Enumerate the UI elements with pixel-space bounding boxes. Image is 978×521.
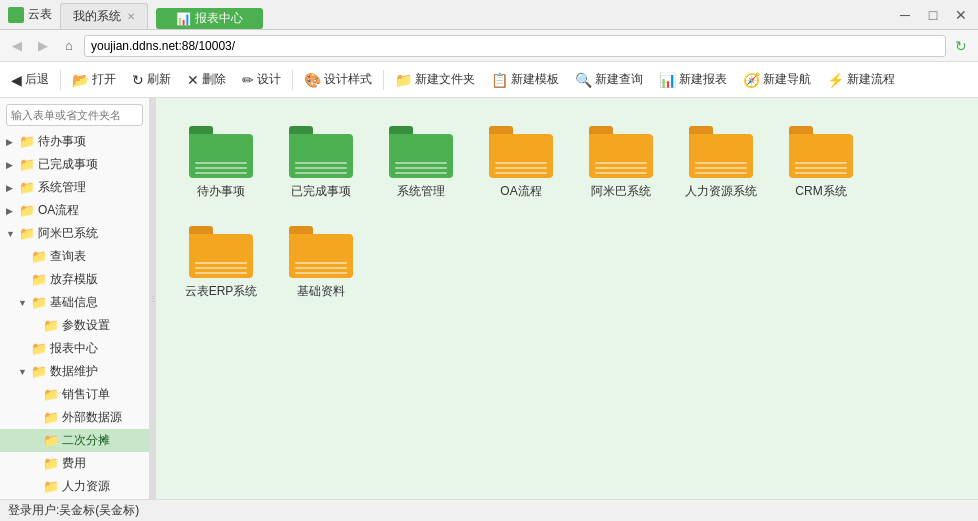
delete-icon: ✕ <box>187 72 199 88</box>
title-bar: 云表 我的系统 ✕ 📊 报表中心 ─ □ ✕ <box>0 0 978 30</box>
content-folder-basic-data[interactable]: 基础资料 <box>276 218 366 308</box>
new-query-toolbar-btn[interactable]: 🔍 新建查询 <box>568 68 650 91</box>
new-report-toolbar-btn[interactable]: 📊 新建报表 <box>652 68 734 91</box>
folder-icon: 📁 <box>19 203 35 218</box>
sidebar-item-completed[interactable]: ▶📁已完成事项 <box>0 153 149 176</box>
sidebar-item-calc-module[interactable]: 📁计算模块 <box>0 498 149 499</box>
content-folder-amiba[interactable]: 阿米巴系统 <box>576 118 666 208</box>
sidebar-item-expense[interactable]: 📁费用 <box>0 452 149 475</box>
tab-my-system[interactable]: 我的系统 ✕ <box>60 3 148 29</box>
sidebar-item-param-settings[interactable]: 📁参数设置 <box>0 314 149 337</box>
sidebar-item-secondary-dist[interactable]: 📁二次分摊 <box>0 429 149 452</box>
folder-icon: 📁 <box>19 134 35 149</box>
back-icon: ◀ <box>11 72 22 88</box>
tree-arrow-icon: ▶ <box>6 160 16 170</box>
sidebar: 🔍 ▶📁待办事项▶📁已完成事项▶📁系统管理▶📁OA流程▼📁阿米巴系统📁查询表📁放… <box>0 98 150 499</box>
folder-body <box>489 134 553 178</box>
back-button[interactable]: ◀ <box>6 35 28 57</box>
folder-icon: 📁 <box>43 456 59 471</box>
search-box[interactable]: 🔍 <box>6 104 143 126</box>
new-folder-toolbar-btn[interactable]: 📁 新建文件夹 <box>388 68 482 91</box>
content-folder-hr-system[interactable]: 人力资源系统 <box>676 118 766 208</box>
big-folder-icon <box>789 126 853 178</box>
sidebar-item-query[interactable]: 📁查询表 <box>0 245 149 268</box>
folder-icon: 📁 <box>31 364 47 379</box>
big-folder-icon <box>289 226 353 278</box>
maximize-button[interactable]: □ <box>920 5 946 25</box>
sidebar-item-basic-info[interactable]: ▼📁基础信息 <box>0 291 149 314</box>
tab-report-center[interactable]: 📊 报表中心 <box>156 8 263 29</box>
sidebar-item-label-sales-order: 销售订单 <box>62 386 110 403</box>
new-flow-toolbar-btn[interactable]: ⚡ 新建流程 <box>820 68 902 91</box>
minimize-button[interactable]: ─ <box>892 5 918 25</box>
folder-icon: 📁 <box>43 479 59 494</box>
folder-body <box>689 134 753 178</box>
folder-body <box>789 134 853 178</box>
refresh-icon: ↻ <box>132 72 144 88</box>
sep3 <box>383 70 384 90</box>
app-logo: 云表 <box>0 6 60 23</box>
content-area: 待办事项已完成事项系统管理OA流程阿米巴系统人力资源系统CRM系统云表ERP系统… <box>156 98 978 499</box>
sidebar-item-oaflow[interactable]: ▶📁OA流程 <box>0 199 149 222</box>
address-go-button[interactable]: ↻ <box>950 35 972 57</box>
new-nav-toolbar-btn[interactable]: 🧭 新建导航 <box>736 68 818 91</box>
home-button[interactable]: ⌂ <box>58 35 80 57</box>
design-label: 设计 <box>257 71 281 88</box>
folder-icon: 📁 <box>43 318 59 333</box>
open-toolbar-btn[interactable]: 📂 打开 <box>65 68 123 91</box>
big-folder-icon <box>289 126 353 178</box>
folder-icon: 📁 <box>19 180 35 195</box>
content-folder-crm[interactable]: CRM系统 <box>776 118 866 208</box>
content-folder-pending[interactable]: 待办事项 <box>176 118 266 208</box>
design-toolbar-btn[interactable]: ✏ 设计 <box>235 68 288 91</box>
content-folder-completed[interactable]: 已完成事项 <box>276 118 366 208</box>
folder-icon: 📁 <box>43 410 59 425</box>
forward-button[interactable]: ▶ <box>32 35 54 57</box>
sidebar-item-pending[interactable]: ▶📁待办事项 <box>0 130 149 153</box>
close-button[interactable]: ✕ <box>948 5 974 25</box>
design-mode-label: 设计样式 <box>324 71 372 88</box>
search-input[interactable] <box>7 109 143 121</box>
sep1 <box>60 70 61 90</box>
sidebar-item-label-oaflow: OA流程 <box>38 202 79 219</box>
sidebar-item-sales-order[interactable]: 📁销售订单 <box>0 383 149 406</box>
tab-content-area: 📊 报表中心 <box>148 8 271 29</box>
delete-toolbar-btn[interactable]: ✕ 删除 <box>180 68 233 91</box>
folder-label-hr-system: 人力资源系统 <box>685 184 757 200</box>
tree-arrow-icon: ▼ <box>6 229 16 239</box>
sidebar-item-amiba[interactable]: ▼📁阿米巴系统 <box>0 222 149 245</box>
sidebar-item-sysadmin[interactable]: ▶📁系统管理 <box>0 176 149 199</box>
content-folder-oaflow[interactable]: OA流程 <box>476 118 566 208</box>
design-mode-toolbar-btn[interactable]: 🎨 设计样式 <box>297 68 379 91</box>
folder-label-crm: CRM系统 <box>795 184 846 200</box>
tab-report-label: 报表中心 <box>195 10 243 27</box>
sidebar-item-hr[interactable]: 📁人力资源 <box>0 475 149 498</box>
folder-label-sysadmin: 系统管理 <box>397 184 445 200</box>
big-folder-icon <box>589 126 653 178</box>
back-toolbar-btn[interactable]: ◀ 后退 <box>4 68 56 91</box>
logo-icon <box>8 7 24 23</box>
status-bar: 登录用户:吴金标(吴金标) <box>0 499 978 521</box>
sidebar-item-label-basic-info: 基础信息 <box>50 294 98 311</box>
folder-label-pending: 待办事项 <box>197 184 245 200</box>
sidebar-item-abandon[interactable]: 📁放弃模版 <box>0 268 149 291</box>
folder-label-amiba: 阿米巴系统 <box>591 184 651 200</box>
sidebar-item-label-report-center: 报表中心 <box>50 340 98 357</box>
sidebar-item-data-maint[interactable]: ▼📁数据维护 <box>0 360 149 383</box>
new-nav-icon: 🧭 <box>743 72 760 88</box>
address-input[interactable] <box>84 35 946 57</box>
folder-body <box>189 134 253 178</box>
sidebar-item-label-param-settings: 参数设置 <box>62 317 110 334</box>
new-flow-label: 新建流程 <box>847 71 895 88</box>
content-folder-sysadmin[interactable]: 系统管理 <box>376 118 466 208</box>
new-template-toolbar-btn[interactable]: 📋 新建模板 <box>484 68 566 91</box>
sidebar-item-external-res[interactable]: 📁外部数据源 <box>0 406 149 429</box>
sidebar-item-report-center[interactable]: 📁报表中心 <box>0 337 149 360</box>
tab-close-icon[interactable]: ✕ <box>127 11 135 22</box>
content-folder-yunbiao-erp[interactable]: 云表ERP系统 <box>176 218 266 308</box>
refresh-toolbar-btn[interactable]: ↻ 刷新 <box>125 68 178 91</box>
folder-body <box>289 234 353 278</box>
sidebar-item-label-abandon: 放弃模版 <box>50 271 98 288</box>
folder-grid-lines <box>795 162 847 174</box>
folder-body <box>389 134 453 178</box>
